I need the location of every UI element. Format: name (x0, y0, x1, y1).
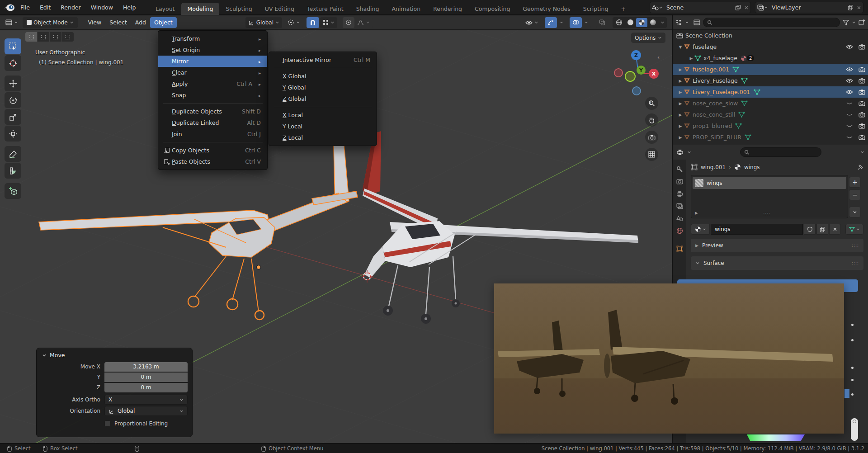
move-z-field[interactable]: 0 m (104, 383, 188, 392)
tool-annotate[interactable] (5, 146, 21, 162)
tab-sculpting[interactable]: Sculpting (219, 3, 258, 15)
outliner-row-fuselage[interactable]: ▼ fuselage (673, 41, 868, 52)
gizmo-axis-x[interactable]: X (649, 69, 659, 79)
menu-item-duplicate-objects[interactable]: Duplicate ObjectsShift D (158, 106, 267, 117)
select-mode-subtract-button[interactable] (50, 32, 61, 42)
unlink-material-button[interactable] (829, 224, 841, 235)
outliner-row-prop-side-blur[interactable]: ▶ PROP_SIDE_BLUR (673, 132, 868, 143)
tool-transform[interactable] (5, 126, 21, 142)
tab-object-icon[interactable] (676, 245, 683, 252)
disclosure-triangle[interactable]: ▶ (677, 67, 684, 72)
gizmo-axis-z-neg[interactable] (632, 86, 641, 95)
tab-shading[interactable]: Shading (350, 3, 386, 15)
menu-item-join[interactable]: JoinCtrl J (158, 128, 267, 140)
gizmo-axis-x-neg[interactable] (614, 68, 623, 77)
disclosure-triangle[interactable]: ▶ (677, 90, 684, 94)
panel-preview[interactable]: ▶ Preview :::: (691, 239, 863, 252)
slot-list-expand-arrow[interactable]: ▶ (695, 211, 698, 215)
tool-rotate[interactable] (5, 92, 21, 108)
unlink-scene-icon[interactable] (744, 5, 749, 10)
transform-orientation-selector[interactable]: Global (245, 17, 282, 28)
hide-viewport-icon[interactable] (846, 67, 853, 72)
new-viewlayer-icon[interactable] (848, 5, 854, 10)
tab-render-icon[interactable] (676, 179, 683, 185)
menu-file[interactable]: File (15, 0, 35, 15)
axis-ortho-dropdown[interactable]: X (104, 395, 188, 405)
move-panel-header[interactable]: Move (37, 348, 192, 361)
menu-item-paste-objects[interactable]: Paste ObjectsCtrl V (158, 156, 267, 167)
shading-rendered-button[interactable] (647, 18, 659, 27)
breadcrumb-object[interactable]: wing.001 (701, 164, 726, 170)
tab-scene-icon[interactable] (676, 215, 683, 222)
outliner-row-prop1-blurred[interactable]: ▶ prop1_blurred (673, 120, 868, 132)
outliner-row-livery-fuselage[interactable]: ▶ Livery_Fuselage (673, 75, 868, 86)
tool-cursor[interactable] (5, 55, 21, 71)
filter-icon[interactable] (843, 20, 849, 25)
menu-item-copy-objects[interactable]: Copy ObjectsCtrl C (158, 145, 267, 156)
select-mode-intersect-button[interactable] (62, 32, 74, 42)
gizmo-axis-z[interactable]: Z (631, 50, 641, 60)
outliner-editor-icon[interactable] (675, 19, 682, 25)
menu-item-transform[interactable]: Transform (158, 33, 267, 44)
menu-item-duplicate-linked[interactable]: Duplicate LinkedAlt D (158, 117, 267, 128)
material-slot-wings[interactable]: wings (693, 177, 846, 189)
tab-layout[interactable]: Layout (149, 3, 181, 15)
submenu-item-z-global[interactable]: Z Global (269, 93, 377, 104)
disclosure-triangle[interactable]: ▶ (677, 101, 684, 106)
menu-item-snap[interactable]: Snap (158, 90, 267, 101)
tab-compositing[interactable]: Compositing (468, 3, 516, 15)
menu-item-mirror[interactable]: Mirror (158, 56, 267, 67)
material-browse-button[interactable] (691, 224, 710, 235)
tool-scale[interactable] (5, 109, 21, 125)
hidden-eye-icon[interactable] (846, 135, 853, 140)
submenu-item-x-global[interactable]: X Global (269, 71, 377, 82)
pin-icon[interactable] (857, 164, 863, 170)
gizmo-axis-y[interactable]: Y (637, 66, 646, 75)
disable-render-icon[interactable] (859, 100, 865, 106)
outliner-search-input[interactable] (703, 18, 840, 27)
outliner-row-nose-cone-still[interactable]: ▶ nose_cone_still (673, 109, 868, 120)
remove-slot-button[interactable]: − (849, 189, 861, 200)
menu-object[interactable]: Object (150, 17, 177, 28)
disable-render-icon[interactable] (859, 123, 865, 129)
add-slot-button[interactable]: + (849, 177, 861, 188)
disable-render-icon[interactable] (859, 112, 865, 118)
disable-render-icon[interactable] (859, 89, 865, 95)
snap-settings[interactable] (320, 17, 337, 28)
overlays-toggle[interactable] (570, 17, 582, 28)
shading-wireframe-button[interactable] (613, 18, 625, 27)
disclosure-triangle[interactable]: ▼ (677, 45, 684, 49)
disclosure-triangle[interactable]: ▶ (677, 79, 684, 83)
move-x-field[interactable]: 3.2163 m (104, 362, 188, 372)
disclosure-triangle[interactable]: ▶ (677, 124, 684, 128)
disclosure-triangle[interactable]: ▶ (677, 135, 684, 140)
submenu-item-x-local[interactable]: X Local (269, 109, 377, 121)
hidden-eye-icon[interactable] (846, 112, 853, 117)
submenu-item-y-global[interactable]: Y Global (269, 82, 377, 93)
properties-editor-icon[interactable] (676, 149, 684, 156)
breadcrumb-material[interactable]: wings (744, 164, 760, 170)
show-object-types-selector[interactable] (523, 17, 541, 28)
hide-viewport-icon[interactable] (846, 90, 853, 94)
disable-render-icon[interactable] (859, 78, 865, 84)
material-name-field[interactable]: wings (711, 224, 803, 235)
shading-dropdown[interactable] (659, 18, 666, 27)
tool-move[interactable] (5, 76, 21, 91)
disable-render-icon[interactable] (859, 44, 865, 50)
disclosure-triangle[interactable]: ▶ (677, 113, 684, 117)
menu-edit[interactable]: Edit (35, 0, 56, 15)
tab-rendering[interactable]: Rendering (427, 3, 468, 15)
menu-item-apply[interactable]: ApplyCtrl A (158, 78, 267, 90)
menu-help[interactable]: Help (118, 0, 141, 15)
fake-user-button[interactable] (804, 224, 816, 235)
proportional-falloff-selector[interactable] (354, 17, 373, 28)
outliner-row-x4-fuselage[interactable]: ▶ x4_fuselage 2 (673, 52, 868, 64)
gizmos-dropdown[interactable] (557, 17, 566, 28)
pan-button[interactable] (645, 113, 658, 127)
editor-type-button[interactable] (3, 17, 21, 28)
gizmo-axis-y-neg[interactable] (625, 71, 636, 82)
outliner-row-fuselage-001[interactable]: ▶ fuselage.001 (673, 64, 868, 75)
select-mode-extend-button[interactable] (38, 32, 49, 42)
submenu-item-interactive-mirror[interactable]: Interactive MirrorCtrl M (269, 54, 377, 66)
new-collection-icon[interactable] (859, 19, 865, 26)
